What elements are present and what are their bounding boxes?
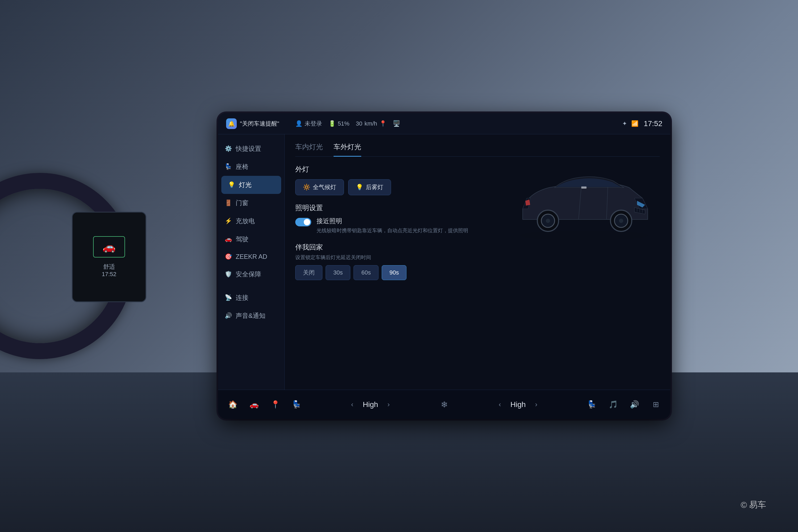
tab-exterior[interactable]: 车外灯光 [334, 142, 361, 157]
sound-icon: 🔊 [225, 312, 232, 319]
instrument-cluster: 舒适 17:52 [72, 212, 146, 302]
rear-fog-icon: 💡 [356, 184, 363, 191]
sidebar-item-seat[interactable]: 💺 座椅 [218, 158, 284, 176]
left-temp-value: High [360, 400, 381, 409]
zeekr-ad-icon: 🎯 [225, 253, 232, 260]
main-content-panel: 车内灯光 车外灯光 外灯 🔆 全气候灯 💡 后雾灯 [285, 134, 670, 390]
quick-settings-icon: ⚙️ [225, 145, 232, 152]
approach-lighting-label: 接近照明 [317, 217, 468, 225]
cluster-car-icon [93, 236, 125, 258]
time-display: 17:52 [644, 119, 662, 128]
sidebar-label-zeekr-ad: ZEEKR AD [236, 253, 267, 261]
speed-value: 30 [356, 120, 362, 127]
right-temp-control: ‹ High › [497, 399, 539, 410]
right-temp-prev[interactable]: ‹ [497, 399, 503, 410]
sidebar-item-quick-settings[interactable]: ⚙️ 快捷设置 [218, 140, 284, 158]
svg-rect-7 [581, 187, 587, 189]
left-temp-control: ‹ High › [349, 399, 392, 410]
left-taskbar-icons: 🏠 🚗 📍 💺 [226, 398, 303, 411]
timer-off-button[interactable]: 关闭 [295, 265, 322, 280]
cluster-status: 舒适 17:52 [101, 263, 116, 278]
tab-interior[interactable]: 车内灯光 [295, 142, 323, 157]
svg-point-3 [619, 218, 623, 223]
sidebar-label-charge: 充放电 [236, 217, 255, 225]
full-fog-button[interactable]: 🔆 全气候灯 [295, 179, 344, 195]
user-status: 👤 未登录 [295, 120, 322, 128]
timer-60s-button[interactable]: 60s [354, 265, 378, 280]
approach-lighting-toggle[interactable] [295, 218, 311, 226]
rear-fog-button[interactable]: 💡 后雾灯 [348, 179, 391, 195]
taskbar-music[interactable]: 🎵 [607, 398, 620, 411]
taskbar-seat-right[interactable]: 💺 [585, 398, 598, 411]
sidebar-label-door: 门窗 [236, 199, 248, 207]
right-status: ✦ 📶 [622, 120, 639, 127]
safety-icon: 🛡️ [225, 271, 232, 278]
full-fog-icon: 🔆 [303, 184, 310, 191]
app-title-area: 🔔 "关闭车速提醒" [226, 118, 279, 129]
sidebar-label-connect: 连接 [236, 293, 248, 302]
sidebar-label-sound: 声音&通知 [236, 311, 265, 320]
sidebar-item-sound[interactable]: 🔊 声音&通知 [218, 307, 284, 325]
battery-icon: 🔋 [328, 120, 336, 127]
speed-status: 30 km/h 📍 [356, 120, 386, 127]
sidebar: ⚙️ 快捷设置 💺 座椅 💡 灯光 🚪 门窗 ⚡ 充放电 🚗 驾驶 [218, 134, 285, 390]
fan-icon: ❄ [438, 398, 451, 411]
sidebar-item-drive[interactable]: 🚗 驾驶 [218, 230, 284, 248]
drive-icon: 🚗 [225, 236, 232, 243]
signal-icon: 📶 [631, 120, 639, 127]
watermark-text: 易车 [749, 499, 766, 511]
lights-icon: 💡 [228, 182, 235, 188]
sidebar-label-safety: 安全保障 [236, 270, 261, 279]
taskbar-car[interactable]: 🚗 [247, 398, 261, 411]
watermark-icon: © [741, 500, 747, 510]
content-area: ⚙️ 快捷设置 💺 座椅 💡 灯光 🚪 门窗 ⚡ 充放电 🚗 驾驶 [218, 134, 670, 390]
left-temp-prev[interactable]: ‹ [349, 399, 356, 410]
car-illustration [507, 161, 661, 246]
charge-icon: ⚡ [225, 217, 232, 225]
user-icon: 👤 [295, 120, 302, 127]
timer-90s-button[interactable]: 90s [382, 265, 406, 280]
app-icon: 🔔 [226, 118, 237, 129]
taskbar-home[interactable]: 🏠 [226, 398, 240, 411]
watermark: © 易车 [741, 499, 766, 511]
right-temp-next[interactable]: › [533, 399, 540, 410]
right-taskbar-icons: 💺 🎵 🔊 ⊞ [585, 398, 662, 411]
bluetooth-icon: ✦ [622, 120, 627, 127]
approach-lighting-info: 接近照明 光线较暗时携带钥匙靠近车辆，自动点亮近光灯和位置灯，提供照明 [317, 217, 468, 234]
sidebar-label-lights: 灯光 [239, 180, 252, 189]
timer-options: 关闭 30s 60s 90s [295, 265, 660, 280]
speed-unit: km/h [364, 120, 377, 127]
right-temp-value: High [508, 400, 529, 409]
taskbar-navigate[interactable]: 📍 [269, 398, 282, 411]
sidebar-item-charge[interactable]: ⚡ 充放电 [218, 212, 284, 230]
sidebar-label-quick-settings: 快捷设置 [236, 145, 261, 153]
top-bar: 🔔 "关闭车速提醒" 👤 未登录 🔋 51% 30 km/h 📍 🖥️ ✦ [218, 113, 670, 134]
sidebar-label-drive: 驾驶 [236, 235, 248, 243]
sidebar-item-safety[interactable]: 🛡️ 安全保障 [218, 265, 284, 283]
status-bar: 👤 未登录 🔋 51% 30 km/h 📍 🖥️ [295, 120, 617, 128]
sidebar-label-seat: 座椅 [236, 163, 248, 171]
car-image-area [497, 150, 670, 257]
taskbar-apps[interactable]: ⊞ [649, 398, 662, 411]
svg-point-6 [546, 218, 550, 223]
taskbar-volume[interactable]: 🔊 [628, 398, 641, 411]
connect-icon: 📡 [225, 294, 232, 301]
sidebar-item-zeekr-ad[interactable]: 🎯 ZEEKR AD [218, 248, 284, 265]
screen-icon: 🖥️ [393, 120, 400, 127]
app-title: "关闭车速提醒" [240, 120, 279, 128]
left-temp-next[interactable]: › [385, 399, 392, 410]
svg-point-0 [520, 231, 648, 240]
door-icon: 🚪 [225, 200, 232, 206]
gps-icon: 📍 [379, 120, 386, 127]
taskbar-seat[interactable]: 💺 [290, 398, 303, 411]
seat-icon: 💺 [225, 163, 232, 170]
approach-lighting-desc: 光线较暗时携带钥匙靠近车辆，自动点亮近光灯和位置灯，提供照明 [317, 227, 468, 234]
timer-30s-button[interactable]: 30s [326, 265, 350, 280]
battery-status: 🔋 51% [328, 120, 349, 127]
main-screen: 🔔 "关闭车速提醒" 👤 未登录 🔋 51% 30 km/h 📍 🖥️ ✦ [218, 113, 670, 419]
sidebar-item-connect[interactable]: 📡 连接 [218, 289, 284, 307]
sidebar-item-lights[interactable]: 💡 灯光 [221, 176, 281, 194]
bottom-taskbar: 🏠 🚗 📍 💺 ‹ High › ❄ ‹ High › 💺 🎵 🔊 ⊞ [218, 390, 670, 419]
sidebar-item-door[interactable]: 🚪 门窗 [218, 194, 284, 212]
